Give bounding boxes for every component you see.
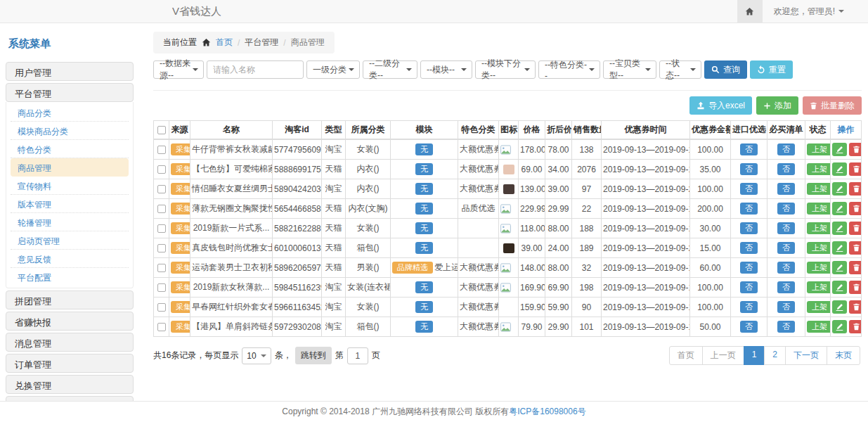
icon-cell [499, 160, 519, 179]
filter-select[interactable]: --数据来源-- [153, 60, 204, 79]
pagination-button[interactable]: 末页 [827, 346, 860, 365]
row-checkbox[interactable] [157, 303, 166, 312]
must-buy-badge: 否 [777, 163, 795, 175]
search-button[interactable]: 查询 [704, 60, 747, 79]
edit-button[interactable] [832, 222, 847, 235]
edit-button[interactable] [832, 182, 847, 196]
sidebar-subitem[interactable]: 商品分类 [11, 103, 129, 122]
sidebar-subitem[interactable]: 宣传物料 [11, 177, 129, 195]
sidebar-group[interactable]: 省赚快报 [6, 312, 134, 331]
row-checkbox[interactable] [157, 283, 166, 292]
icp-link[interactable]: 粤ICP备16098006号 [509, 406, 585, 418]
edit-button[interactable] [832, 241, 847, 255]
sidebar-group[interactable]: 拼团管理 [6, 290, 134, 309]
filter-select[interactable]: --模块-- [420, 60, 472, 79]
module-cell: 无 [391, 160, 458, 179]
reset-button[interactable]: 重置 [750, 60, 793, 79]
row-checkbox[interactable] [157, 205, 166, 213]
batch-delete-button[interactable]: 批量删除 [803, 96, 862, 115]
taoke-id: 589042420344 [273, 179, 322, 199]
source-badge: 采集 [171, 183, 190, 195]
imported-badge: 否 [740, 301, 758, 313]
imported-badge: 否 [740, 222, 758, 234]
import-excel-button[interactable]: 导入excel [689, 96, 752, 115]
edit-button[interactable] [832, 281, 847, 294]
trash-icon [853, 323, 860, 331]
product-name: 情侣睡衣女夏丝绸男士... [190, 179, 273, 199]
delete-button[interactable] [849, 261, 862, 274]
sidebar-group[interactable]: 平台管理 [6, 83, 134, 102]
edit-button[interactable] [832, 320, 847, 333]
sidebar-subitem[interactable]: 特色分类 [11, 140, 129, 158]
breadcrumb-home-link[interactable]: 首页 [216, 37, 233, 49]
pagination-button[interactable]: 下一页 [785, 346, 827, 365]
sidebar-subitem[interactable]: 轮播管理 [11, 213, 129, 231]
add-button[interactable]: 添加 [756, 96, 798, 115]
filter-select[interactable]: --宝贝类型-- [603, 60, 656, 79]
sidebar-subitem[interactable]: 平台配置 [11, 268, 129, 286]
sidebar-subitem[interactable]: 模块商品分类 [11, 122, 129, 140]
source-badge: 采集 [171, 203, 190, 215]
row-checkbox[interactable] [157, 185, 166, 193]
page-body: 系统菜单 用户管理平台管理商品分类模块商品分类特色分类商品管理宣传物料版本管理轮… [0, 23, 868, 401]
delete-button[interactable] [849, 222, 862, 235]
home-button[interactable] [737, 0, 763, 23]
edit-button[interactable] [832, 300, 847, 314]
delete-button[interactable] [849, 202, 862, 215]
trash-icon [853, 205, 860, 212]
sidebar-subitem[interactable]: 意见反馈 [11, 250, 129, 268]
sidebar-subitem[interactable]: 商品管理 [11, 158, 129, 177]
sidebar-subitem[interactable]: 启动页管理 [11, 231, 129, 250]
delete-button[interactable] [849, 241, 862, 255]
delete-button[interactable] [849, 320, 862, 333]
pagination-button[interactable]: 首页 [669, 346, 703, 365]
edit-button[interactable] [832, 143, 847, 156]
per-page-select[interactable]: 10 [242, 347, 271, 364]
row-checkbox[interactable] [157, 146, 166, 154]
filter-select-value: --特色分类-- [545, 59, 589, 81]
edit-icon [836, 146, 843, 153]
row-checkbox[interactable] [157, 244, 166, 252]
row-checkbox[interactable] [157, 264, 166, 272]
row-checkbox[interactable] [157, 323, 166, 331]
edit-button[interactable] [832, 202, 847, 215]
filter-select[interactable]: --模块下分类-- [475, 60, 536, 79]
jump-to-button[interactable]: 跳转到 [295, 347, 332, 364]
edit-button[interactable] [832, 162, 847, 176]
product-name: 【七色纺】可爱纯棉家... [190, 160, 273, 179]
pagination-button[interactable]: 2 [764, 346, 786, 365]
filter-select[interactable]: --状态-- [659, 60, 701, 79]
user-dropdown[interactable]: 欢迎您，管理员! [763, 0, 868, 23]
sidebar-group[interactable]: 用户管理 [6, 62, 134, 81]
filter-select[interactable]: --二级分类-- [363, 60, 417, 79]
edit-icon [836, 244, 843, 252]
product-thumbnail [503, 165, 514, 174]
module-badge: 无 [415, 281, 433, 293]
page-number-input[interactable] [347, 347, 368, 364]
sidebar-group[interactable]: 统计管理 [6, 396, 134, 401]
pagination-button[interactable]: 1 [744, 346, 765, 365]
filter-select[interactable]: 一级分类 [306, 60, 360, 79]
row-checkbox[interactable] [157, 165, 166, 174]
delete-button[interactable] [849, 300, 862, 314]
row-checkbox[interactable] [157, 224, 166, 233]
filter-select[interactable]: --特色分类-- [538, 60, 600, 79]
app-title: V省钱达人 [172, 0, 221, 23]
name-search-input[interactable] [207, 60, 304, 79]
delete-button[interactable] [849, 182, 862, 196]
sidebar-group[interactable]: 消息管理 [6, 333, 134, 352]
image-placeholder-icon [500, 322, 517, 332]
select-all-checkbox[interactable] [157, 126, 166, 134]
delete-button[interactable] [849, 143, 862, 156]
pagination-button[interactable]: 上一页 [702, 346, 744, 365]
search-button-label: 查询 [723, 64, 740, 76]
status-badge: 上架 [807, 281, 831, 293]
sidebar-group[interactable]: 订单管理 [6, 354, 134, 373]
delete-button[interactable] [849, 281, 862, 294]
sidebar-subitem[interactable]: 版本管理 [11, 195, 129, 213]
column-header: 优惠券金额 [690, 121, 731, 140]
edit-button[interactable] [832, 261, 847, 274]
caret-down-icon [589, 68, 595, 71]
sidebar-group[interactable]: 兑换管理 [6, 375, 134, 394]
delete-button[interactable] [849, 162, 862, 176]
